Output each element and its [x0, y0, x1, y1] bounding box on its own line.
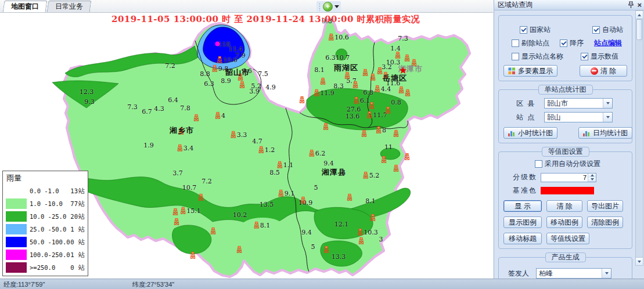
close-icon[interactable]: × — [637, 1, 642, 9]
station-value: 0.8 — [391, 99, 401, 106]
station-tower — [323, 123, 329, 131]
station-value: 10.3 — [364, 229, 378, 236]
station-tower-icon — [395, 52, 401, 59]
station-marker: 9.3 — [84, 98, 95, 106]
show-value-checkbox[interactable]: 显示数值 — [581, 52, 618, 62]
station-marker: 13.6 — [346, 113, 360, 120]
station-marker: 8.3 — [333, 82, 344, 90]
station-marker: 5.7 — [346, 77, 357, 85]
station-marker: 13.3 — [332, 253, 346, 261]
toolbar-grip-handle[interactable] — [318, 3, 321, 11]
station-value: 4.9 — [265, 84, 276, 91]
station-marker: 8 — [376, 127, 386, 134]
level-count-input[interactable] — [541, 174, 588, 181]
station-marker: 11 — [384, 143, 393, 151]
signer-select[interactable]: 柏峰 — [536, 268, 611, 279]
station-tower — [210, 227, 216, 235]
map-title: 2019-11-05 13:00:00 时 至 2019-11-24 13:00… — [111, 14, 420, 25]
station-tower-icon — [212, 65, 218, 73]
station-marker: 6.8 — [363, 89, 373, 96]
clear-icon — [591, 67, 598, 75]
clear-legend-button[interactable]: 清除图例 — [587, 216, 623, 228]
station-marker: 7.2 — [202, 178, 212, 185]
station-value: 12.1 — [334, 221, 349, 228]
station-tower — [369, 102, 375, 110]
descending-checkbox[interactable]: 降序 — [560, 38, 584, 48]
dropdown-arrow-icon[interactable] — [603, 99, 612, 108]
toolbar-overflow-icon[interactable] — [334, 5, 339, 8]
station-tower — [190, 252, 196, 259]
multi-element-display-button[interactable]: 多要素显示 — [503, 65, 557, 77]
station-tower-icon — [328, 34, 334, 41]
export-image-button[interactable]: 导出图片 — [587, 200, 623, 212]
move-title-button[interactable]: 移动标题 — [503, 233, 542, 244]
station-tower-icon — [361, 130, 367, 138]
tab-daily-business[interactable]: 日常业务 — [47, 1, 92, 12]
station-value: 13.6 — [346, 113, 360, 120]
station-marker: 7.9 — [235, 52, 246, 59]
contour-line-settings-button[interactable]: 等值线设置 — [546, 233, 589, 244]
county-select[interactable]: 韶山市 — [544, 98, 613, 109]
base-color-swatch[interactable] — [541, 187, 594, 194]
station-value: 6.4 — [168, 96, 178, 104]
level-count-spinner[interactable] — [541, 173, 596, 182]
station-tower — [362, 69, 368, 77]
clear-stations-button[interactable]: 清 除 — [580, 65, 627, 77]
station-marker: 8.1 — [254, 222, 271, 229]
station-tower-icon — [210, 227, 216, 235]
station-tower-icon — [366, 111, 372, 119]
spinner-down-icon[interactable] — [588, 178, 596, 182]
station-marker: 7.2 — [165, 62, 175, 70]
daily-chart-button[interactable]: 日均统计图 — [578, 127, 632, 139]
hourly-chart-button[interactable]: 小时统计图 — [503, 127, 557, 139]
bar-chart-icon — [583, 129, 591, 136]
dropdown-arrow-icon[interactable] — [602, 269, 611, 278]
station-marker: 4.9 — [265, 84, 276, 91]
scroll-down-icon[interactable] — [636, 257, 643, 265]
station-query-panel: 区域站查询 × 国家站 自动站 剔除站点 降序 站点编辑 显示站点名称 — [494, 0, 644, 279]
county-label: 区 县 — [516, 99, 544, 109]
station-value: 3.2 — [382, 63, 392, 71]
station-value: 4.7 — [252, 138, 262, 145]
station-value: 6.7 — [142, 108, 152, 115]
auto-station-checkbox[interactable]: 自动站 — [592, 25, 623, 35]
station-tower — [347, 194, 352, 201]
station-filter-group: 国家站 自动站 剔除站点 降序 站点编辑 显示站点名称 显示数值 多要素显示 — [498, 15, 632, 81]
station-marker: 6.3 — [204, 80, 214, 88]
dropdown-arrow-icon[interactable] — [603, 113, 612, 122]
legend-title: 雨量 — [6, 173, 85, 183]
spinner-up-icon[interactable] — [588, 174, 596, 178]
show-legend-button[interactable]: 显示图例 — [503, 216, 542, 228]
station-marker: 8.1 — [314, 66, 325, 74]
station-select[interactable]: 韶山 — [544, 112, 613, 122]
scroll-up-icon[interactable] — [636, 11, 643, 19]
station-tower-icon — [375, 85, 380, 93]
legend-row: 25.0 -50.01站 — [6, 223, 85, 236]
station-value: 4.3 — [154, 105, 164, 113]
contour-show-button[interactable]: 显 示 — [503, 200, 542, 212]
pin-icon[interactable] — [628, 1, 634, 9]
station-tower-icon — [215, 112, 221, 120]
exclude-station-checkbox[interactable]: 剔除站点 — [512, 38, 549, 48]
add-layer-button[interactable]: + — [323, 2, 333, 12]
longitude-readout: 经度:113°7'59" — [3, 280, 45, 289]
station-marker: 1.2 — [258, 146, 275, 154]
tab-map-window[interactable]: 地图窗口 — [3, 1, 48, 12]
national-station-checkbox[interactable]: 国家站 — [520, 25, 551, 35]
station-tower-icon — [393, 165, 399, 172]
scrollbar-thumb[interactable] — [636, 19, 642, 40]
station-value: 3 — [379, 236, 383, 243]
panel-scrollbar[interactable] — [635, 10, 643, 266]
move-legend-button[interactable]: 移动图例 — [546, 216, 582, 228]
auto-grading-checkbox[interactable]: 采用自动分级设置 — [535, 159, 600, 169]
station-marker: 5.2 — [251, 82, 261, 90]
show-station-name-checkbox[interactable]: 显示站点名称 — [512, 52, 563, 62]
station-value: 1.2 — [265, 146, 275, 154]
station-value: 7.3 — [398, 35, 408, 42]
legend-row: 50.0 -100.00站 — [6, 236, 85, 248]
station-value: 13.5 — [260, 201, 274, 208]
map-canvas[interactable]: 2019-11-05 13:00:00 时 至 2019-11-24 13:00… — [0, 13, 493, 279]
station-marker: 4.4 — [375, 85, 391, 93]
contour-clear-button[interactable]: 清 除 — [546, 200, 582, 212]
station-edit-link[interactable]: 站点编辑 — [594, 38, 622, 48]
